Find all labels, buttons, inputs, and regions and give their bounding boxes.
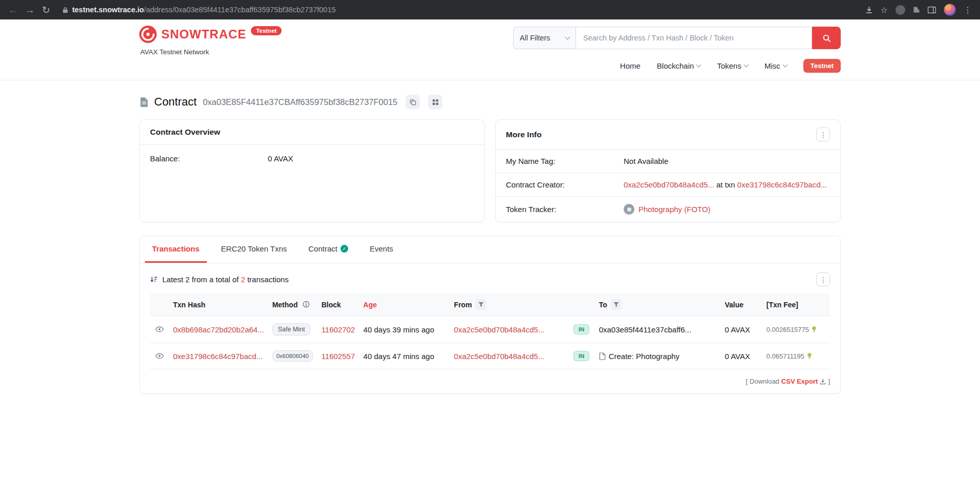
tab-events[interactable]: Events	[363, 236, 400, 263]
contract-creator-label: Contract Creator:	[506, 180, 624, 189]
contract-icon	[139, 97, 149, 108]
more-info-menu-button[interactable]: ⋮	[816, 128, 830, 141]
age-value: 40 days 39 mins ago	[364, 325, 434, 334]
browser-reload-icon[interactable]: ↻	[42, 5, 50, 15]
creator-txn-link[interactable]: 0xe31798c6c84c97bacd...	[737, 180, 827, 189]
token-tracker-value: Photography (FOTO)	[624, 204, 711, 215]
qr-code-button[interactable]	[428, 95, 442, 109]
copy-address-button[interactable]	[406, 95, 420, 109]
profile-avatar[interactable]	[944, 4, 956, 16]
testnet-logo-badge: Testnet	[251, 26, 282, 35]
network-label: AVAX Testnet Network	[139, 48, 282, 56]
testnet-network-button[interactable]: Testnet	[803, 59, 841, 73]
token-tracker-label: Token Tracker:	[506, 205, 624, 214]
token-logo-icon	[624, 204, 634, 215]
balance-label: Balance:	[150, 154, 268, 163]
txn-hash-link[interactable]: 0xe31798c6c84c97bacd...	[173, 352, 263, 361]
site-header: SNOWTRACE Testnet AVAX Testnet Network A…	[0, 19, 980, 80]
direction-badge: IN	[573, 324, 590, 334]
extensions-puzzle-icon[interactable]	[913, 6, 920, 13]
from-address-link[interactable]: 0xa2c5e0bd70b48a4cd5...	[454, 325, 545, 334]
at-txn-text: at txn	[716, 180, 735, 189]
search-input[interactable]	[576, 27, 812, 49]
from-address-link[interactable]: 0xa2c5e0bd70b48a4cd5...	[454, 352, 545, 361]
eye-icon	[155, 326, 164, 332]
preview-txn-button[interactable]	[154, 352, 165, 360]
lock-icon	[62, 7, 68, 13]
contract-overview-title: Contract Overview	[150, 128, 220, 137]
funnel-icon	[478, 302, 484, 307]
download-icon[interactable]	[865, 6, 873, 14]
contract-overview-header: Contract Overview	[140, 120, 484, 145]
nav-item-misc[interactable]: Misc	[764, 61, 787, 70]
creator-address-link[interactable]: 0xa2c5e0bd70b48a4cd5...	[624, 180, 714, 189]
logo-text: SNOWTRACE	[161, 27, 246, 41]
from-filter-button[interactable]	[476, 299, 486, 310]
nav-item-home[interactable]: Home	[620, 61, 641, 70]
lightbulb-icon[interactable]	[807, 352, 812, 360]
block-link[interactable]: 11602557	[322, 352, 355, 361]
search-icon	[822, 34, 831, 43]
col-to: To	[595, 294, 721, 316]
browser-chrome: ← → ↻ testnet.snowtrace.io/address/0xa03…	[0, 0, 980, 19]
side-panel-icon[interactable]	[928, 7, 936, 13]
tab-transactions[interactable]: Transactions	[145, 236, 207, 263]
preview-txn-button[interactable]	[154, 325, 165, 333]
copy-icon	[410, 99, 416, 106]
overview-cards: Contract Overview Balance: 0 AVAX More I…	[139, 119, 841, 222]
col-age[interactable]: Age	[359, 294, 450, 316]
search-filter-select[interactable]: All Filters	[513, 27, 576, 49]
balance-row: Balance: 0 AVAX	[140, 145, 484, 170]
main-content: Contract 0xa03E85F4411e37CBAff635975bf38…	[139, 95, 841, 394]
col-txn-hash: Txn Hash	[169, 294, 268, 316]
lightbulb-icon[interactable]	[812, 326, 817, 333]
logo[interactable]: SNOWTRACE Testnet	[139, 26, 282, 43]
col-eye	[150, 294, 169, 316]
funnel-icon	[613, 302, 619, 307]
url-text: testnet.snowtrace.io/address/0xa03e85f44…	[72, 6, 336, 14]
chevron-down-icon	[743, 62, 749, 68]
info-icon[interactable]: ⓘ	[303, 300, 309, 309]
extension-icon-1[interactable]	[896, 5, 905, 15]
browser-back-icon[interactable]: ←	[8, 5, 18, 15]
name-tag-label: My Name Tag:	[506, 157, 624, 165]
csv-export-link[interactable]: CSV Export	[781, 378, 818, 385]
transactions-card: Transactions ERC20 Token Txns Contract✓ …	[139, 236, 841, 394]
search-button[interactable]	[812, 27, 841, 49]
chevron-down-icon	[565, 34, 570, 39]
transaction-row: 0x8b698ac72bd20b2a64... Safe Mint 116027…	[150, 316, 830, 343]
contract-creator-row: Contract Creator: 0xa2c5e0bd70b48a4cd5..…	[496, 173, 840, 197]
address-bar[interactable]: testnet.snowtrace.io/address/0xa03e85f44…	[62, 6, 853, 14]
txn-fee-cell: 0.065711195	[766, 352, 826, 360]
transaction-row: 0xe31798c6c84c97bacd... 0x60806040 11602…	[150, 343, 830, 369]
col-block: Block	[317, 294, 359, 316]
transactions-body: Latest 2 from a total of 2 transactions …	[140, 263, 840, 393]
search-filter-label: All Filters	[520, 34, 550, 42]
browser-menu-icon[interactable]: ⋮	[964, 5, 972, 15]
contract-address: 0xa03E85F4411e37CBAff635975bf38cB2737F00…	[203, 97, 397, 107]
block-link[interactable]: 11602702	[322, 325, 355, 334]
more-info-card: More Info ⋮ My Name Tag: Not Available C…	[495, 119, 841, 222]
token-tracker-link[interactable]: Photography (FOTO)	[638, 205, 711, 214]
chevron-down-icon	[696, 62, 701, 68]
nav-item-blockchain[interactable]: Blockchain	[657, 61, 701, 70]
more-info-header: More Info ⋮	[496, 120, 840, 150]
browser-toolbar-right: ☆ ⋮	[865, 4, 972, 16]
col-value: Value	[720, 294, 762, 316]
document-icon	[599, 352, 606, 360]
transactions-summary: Latest 2 from a total of 2 transactions	[150, 275, 289, 284]
txn-hash-link[interactable]: 0x8b698ac72bd20b2a64...	[173, 325, 264, 334]
token-tracker-row: Token Tracker: Photography (FOTO)	[496, 197, 840, 222]
bookmark-star-icon[interactable]: ☆	[881, 5, 888, 15]
tab-contract[interactable]: Contract✓	[301, 236, 355, 263]
age-value: 40 days 47 mins ago	[364, 352, 434, 361]
tab-erc20-token-txns[interactable]: ERC20 Token Txns	[214, 236, 294, 263]
csv-export-row: [ Download CSV Export ]	[150, 378, 830, 385]
browser-forward-icon[interactable]: →	[25, 5, 35, 15]
balance-value: 0 AVAX	[268, 154, 293, 163]
nav-item-tokens[interactable]: Tokens	[717, 61, 748, 70]
download-csv-icon	[820, 379, 826, 385]
name-tag-value: Not Available	[624, 157, 668, 165]
transactions-menu-button[interactable]: ⋮	[816, 273, 830, 286]
to-filter-button[interactable]	[611, 299, 622, 310]
